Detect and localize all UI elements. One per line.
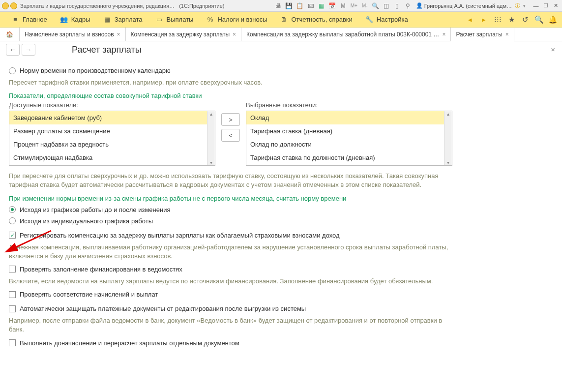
menu-otchet[interactable]: 🗎Отчетность, справки bbox=[274, 12, 359, 27]
menu-kadry[interactable]: 👥Кадры bbox=[54, 12, 97, 27]
card-icon: ▭ bbox=[155, 16, 163, 24]
info-icon[interactable]: ⓘ bbox=[515, 2, 520, 9]
selected-listbox[interactable]: Оклад Тарифная ставка (дневная) Оклад по… bbox=[246, 111, 452, 166]
close-icon[interactable]: × bbox=[442, 31, 445, 38]
key-icon[interactable]: ⚲ bbox=[404, 2, 412, 10]
dropdown-icon[interactable] bbox=[10, 2, 17, 9]
close-icon[interactable]: × bbox=[233, 31, 236, 38]
list-item[interactable]: Тарифная ставка по должности (дневная) bbox=[246, 151, 452, 164]
checkbox-icon[interactable] bbox=[9, 266, 16, 272]
section-norm-change: При изменении нормы времени из-за смены … bbox=[9, 195, 553, 202]
radio-icon[interactable] bbox=[9, 67, 16, 74]
checkbox-icon[interactable] bbox=[9, 291, 16, 298]
available-listbox[interactable]: Заведование кабинетом (руб) Размер допла… bbox=[9, 111, 215, 166]
radio-individual[interactable]: Исходя из индивидуального графика работы bbox=[9, 217, 553, 225]
section-indicators: Показатели, определяющие состав совокупн… bbox=[9, 92, 553, 99]
minimize-button[interactable]: — bbox=[532, 2, 540, 10]
hint-overtime: При пересчете для оплаты сверхурочных и … bbox=[9, 172, 451, 189]
checkbox-match[interactable]: Проверять соответствие начислений и выпл… bbox=[9, 291, 553, 298]
calc-icon[interactable]: ▦ bbox=[318, 2, 325, 10]
page-content: Норму времени по производственному кален… bbox=[0, 58, 562, 361]
forward-button[interactable]: → bbox=[22, 44, 35, 56]
user-icon: 👤 bbox=[416, 2, 423, 9]
selected-label: Выбранные показатели: bbox=[246, 101, 452, 109]
wrench-icon: 🔧 bbox=[365, 16, 373, 24]
checkbox-icon[interactable] bbox=[9, 305, 16, 312]
home-icon: 🏠 bbox=[6, 31, 13, 38]
page-title: Расчет зарплаты bbox=[72, 45, 142, 55]
list-item[interactable]: Заведование кабинетом (руб) bbox=[9, 111, 215, 124]
radio-icon[interactable] bbox=[9, 206, 16, 213]
maximize-button[interactable]: ☐ bbox=[541, 2, 550, 10]
book-icon[interactable]: ▯ bbox=[393, 2, 401, 10]
save-icon[interactable]: 💾 bbox=[285, 2, 293, 10]
checkbox-protect[interactable]: Автоматически защищать платежные докумен… bbox=[9, 305, 553, 312]
list-item[interactable]: Оклад bbox=[246, 111, 452, 124]
menu-settings[interactable]: 🔧Настройка bbox=[359, 12, 414, 27]
close-icon[interactable]: × bbox=[117, 31, 120, 38]
list-item[interactable]: Размер доплаты за совмещение bbox=[9, 124, 215, 138]
star-icon[interactable]: ★ bbox=[507, 15, 516, 24]
back-button[interactable]: ← bbox=[6, 44, 20, 56]
radio-icon[interactable] bbox=[9, 217, 16, 224]
move-left-button[interactable]: < bbox=[221, 129, 240, 142]
history-icon[interactable]: ↺ bbox=[521, 15, 530, 24]
percent-icon: % bbox=[206, 16, 214, 24]
doc-icon: 🗎 bbox=[280, 16, 288, 24]
tab-raschet[interactable]: Расчет зарплаты× bbox=[451, 28, 514, 41]
app-title: Зарплата и кадры государственного учрежд… bbox=[20, 3, 175, 9]
scroll-left-icon[interactable]: ◂ bbox=[466, 15, 474, 24]
tab-nachislenie[interactable]: Начисление зарплаты и взносов× bbox=[20, 28, 126, 41]
hint-financing: Включите, если ведомости на выплату зарп… bbox=[9, 277, 451, 286]
hint-compensation: Денежная компенсация, выплачиваемая рабо… bbox=[9, 243, 451, 261]
zoom-icon[interactable]: 🔍 bbox=[372, 2, 380, 10]
calendar-icon[interactable]: 📅 bbox=[328, 2, 336, 10]
menu-vyplaty[interactable]: ▭Выплаты bbox=[149, 12, 200, 27]
titlebar-tools: 🖶 💾 📋 🖂 ▦ 📅 M M+ M- 🔍 ◫ ▯ ⚲ bbox=[274, 2, 412, 10]
apps-icon[interactable]: ⁝⁝⁝ bbox=[493, 15, 502, 24]
user-chip[interactable]: 👤 Григорьянц А.А. (системный адм… bbox=[416, 2, 512, 9]
checkbox-recalc-doc[interactable]: Выполнять доначисление и перерасчет зарп… bbox=[9, 339, 553, 347]
radio-time-norm[interactable]: Норму времени по производственному кален… bbox=[9, 67, 553, 74]
tab-home[interactable]: 🏠 bbox=[0, 28, 20, 41]
list-item[interactable]: Тарифная ставка (дневная) bbox=[246, 124, 452, 138]
list-item[interactable]: Стимулирующая надбавка bbox=[9, 151, 215, 164]
bell-icon[interactable]: 🔔 bbox=[548, 15, 557, 24]
list-icon: ≡ bbox=[11, 16, 19, 24]
menu-main[interactable]: ≡Главное bbox=[5, 12, 54, 27]
people-icon: 👥 bbox=[60, 16, 68, 24]
list-item[interactable]: Процент надбавки за вредность bbox=[9, 138, 215, 151]
app-logo-icon bbox=[2, 2, 9, 9]
hint-recalc: Пересчет тарифной ставки применяется, на… bbox=[9, 78, 451, 87]
document-tabs: 🏠 Начисление зарплаты и взносов× Компенс… bbox=[0, 28, 562, 41]
close-page-button[interactable]: × bbox=[551, 45, 555, 54]
available-label: Доступные показатели: bbox=[9, 101, 215, 109]
search-icon[interactable]: 🔍 bbox=[534, 15, 543, 24]
menu-zarplata[interactable]: ▦Зарплата bbox=[97, 12, 149, 27]
menu-nalogi[interactable]: %Налоги и взносы bbox=[200, 12, 273, 27]
attach-icon[interactable]: 🖂 bbox=[307, 2, 315, 10]
close-icon[interactable]: × bbox=[505, 31, 509, 38]
scroll-right-icon[interactable]: ▸ bbox=[479, 15, 488, 24]
clipboard-icon[interactable]: 📋 bbox=[296, 2, 304, 10]
mplus-icon[interactable]: M+ bbox=[350, 2, 358, 10]
scrollbar[interactable]: ▴▾ bbox=[207, 111, 215, 165]
scrollbar[interactable]: ▴▾ bbox=[444, 111, 452, 165]
radio-graph-before-after[interactable]: Исходя из графиков работы до и после изм… bbox=[9, 206, 553, 213]
tab-kompensaciya2[interactable]: Компенсация за задержку выплаты заработн… bbox=[241, 28, 451, 41]
titlebar: Зарплата и кадры государственного учрежд… bbox=[0, 0, 562, 12]
list-item[interactable]: Оклад по должности bbox=[246, 138, 452, 151]
m-icon[interactable]: M bbox=[339, 2, 347, 10]
main-menu: ≡Главное 👥Кадры ▦Зарплата ▭Выплаты %Нало… bbox=[0, 12, 562, 28]
checkbox-compensation[interactable]: Регистрировать компенсацию за задержку в… bbox=[9, 232, 553, 239]
panel-icon[interactable]: ◫ bbox=[383, 2, 390, 10]
checkbox-icon[interactable] bbox=[9, 232, 16, 239]
mminus-icon[interactable]: M- bbox=[361, 2, 369, 10]
checkbox-financing[interactable]: Проверять заполнение финансирования в ве… bbox=[9, 266, 553, 273]
app-suffix: (1С:Предприятие) bbox=[179, 3, 224, 9]
move-right-button[interactable]: > bbox=[221, 113, 240, 126]
checkbox-icon[interactable] bbox=[9, 339, 16, 346]
print-icon[interactable]: 🖶 bbox=[274, 2, 282, 10]
close-button[interactable]: ✕ bbox=[551, 2, 560, 10]
tab-kompensaciya1[interactable]: Компенсация за задержку зарплаты× bbox=[126, 28, 241, 41]
